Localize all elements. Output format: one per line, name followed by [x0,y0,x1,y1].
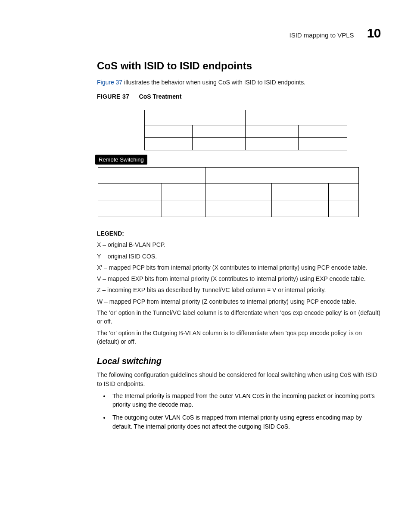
legend-item: X – original B-VLAN PCP. [97,240,381,249]
intro-paragraph: Figure 37 illustrates the behavior when … [97,78,381,87]
figure-37-diagram: Remote Switching [97,110,381,217]
header-section: ISID mapping to VPLS [290,31,354,39]
list-item: The outgoing outer VLAN CoS is mapped fr… [110,413,381,431]
legend-item: The 'or' option in the Outgoing B-VLAN c… [97,329,381,346]
intro-text: illustrates the behavior when using CoS … [122,79,305,86]
chapter-number: 10 [367,26,381,40]
remote-switching-label: Remote Switching [95,155,147,165]
subsection-heading: Local switching [97,356,381,366]
figure-label: FIGURE 37 [97,93,129,100]
guideline-list: The Internal priority is mapped from the… [97,392,381,431]
figure-bottom-grid [50,167,359,217]
section-heading: CoS with ISID to ISID endpoints [97,60,381,72]
legend-item: Z – incoming EXP bits as described by Tu… [97,286,381,294]
legend-item: V – mapped EXP bits from internal priori… [97,274,381,283]
legend-item: The 'or' option in the Tunnel/VC label c… [97,308,381,326]
local-switching-paragraph: The following configuration guidelines s… [97,370,381,388]
figure-caption: FIGURE 37 CoS Treatment [97,93,381,100]
figure-top-grid [144,110,347,150]
legend-heading: LEGEND: [97,230,381,237]
legend-item: W – mapped PCP from internal priority (Z… [97,297,381,306]
list-item: The Internal priority is mapped from the… [110,392,381,409]
figure-reference-link[interactable]: Figure 37 [97,79,122,86]
page-header: ISID mapping to VPLS 10 [97,26,381,40]
legend-item: X' – mapped PCP bits from internal prior… [97,263,381,272]
figure-title: CoS Treatment [139,93,182,100]
legend-item: Y – original ISID COS. [97,252,381,261]
